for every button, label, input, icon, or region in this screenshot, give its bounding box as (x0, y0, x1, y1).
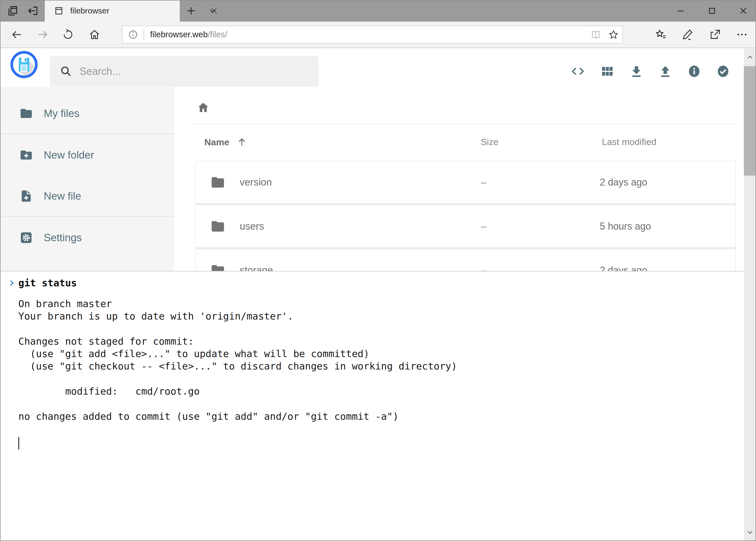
url-host: filebrowser.web (150, 30, 208, 39)
settings-icon (19, 231, 33, 245)
search-input[interactable] (80, 66, 319, 77)
tab-preview-button[interactable] (3, 0, 22, 22)
file-row-version[interactable]: version – 2 days ago (196, 161, 735, 203)
home-icon (89, 29, 101, 41)
home-button[interactable] (83, 22, 106, 48)
terminal-output: On branch master Your branch is up to da… (18, 297, 457, 423)
divider (196, 247, 735, 249)
browser-tab[interactable]: filebrowser (45, 0, 180, 22)
maximize-icon (708, 6, 716, 15)
plus-icon (186, 5, 196, 16)
share-icon (709, 28, 721, 41)
ellipsis-icon (736, 28, 748, 41)
refresh-icon (62, 29, 74, 41)
file-modified: 2 days ago (600, 177, 647, 188)
sidebar-item-label: New folder (44, 149, 94, 161)
file-size: – (481, 221, 486, 232)
upload-icon (658, 64, 672, 78)
select-multiple-button[interactable] (715, 64, 731, 79)
info-icon (687, 64, 701, 78)
set-aside-icon (27, 5, 39, 17)
switch-view-button[interactable] (600, 64, 615, 79)
chevron-right-icon (8, 279, 16, 287)
divider (0, 134, 174, 134)
column-header-size[interactable]: Size (481, 137, 499, 147)
set-tabs-aside-button[interactable] (23, 0, 43, 22)
sort-ascending-icon (236, 137, 247, 148)
folder-icon (210, 176, 225, 189)
prompt-line: git status (8, 277, 77, 288)
check-circle-icon (716, 64, 730, 78)
app-header (0, 49, 744, 87)
new-tab-button[interactable] (181, 0, 201, 22)
favorites-hub-button[interactable] (648, 22, 674, 48)
sidebar-item-my-files[interactable]: My files (0, 93, 174, 134)
tab-title: filebrowser (70, 6, 109, 15)
address-bar[interactable]: filebrowser.web/files/ (122, 26, 623, 44)
column-label: Last modified (602, 137, 656, 147)
toggle-shell-button[interactable] (570, 64, 586, 79)
divider (143, 29, 144, 40)
file-row-users[interactable]: users – 5 hours ago (196, 205, 735, 247)
folder-icon (210, 220, 225, 233)
terminal-panel[interactable]: git status On branch master Your branch … (0, 271, 744, 541)
minimize-button[interactable] (665, 0, 696, 22)
browser-window: filebrowser (0, 0, 756, 541)
search-icon (60, 65, 72, 78)
column-header-name[interactable]: Name (204, 137, 247, 148)
chevron-up-icon (746, 54, 754, 61)
back-arrow-icon (11, 29, 23, 41)
pen-icon (682, 28, 694, 41)
column-header-modified[interactable]: Last modified (602, 137, 656, 147)
title-bar: filebrowser (0, 0, 756, 22)
url-text: filebrowser.web/files/ (150, 30, 227, 39)
forward-button[interactable] (31, 22, 55, 48)
sidebar-item-new-file[interactable]: New file (0, 176, 174, 216)
grid-view-icon (600, 64, 614, 78)
share-button[interactable] (702, 22, 728, 48)
search-box[interactable] (50, 56, 319, 87)
sidebar-item-new-folder[interactable]: New folder (0, 135, 174, 175)
site-info-icon[interactable] (128, 29, 138, 40)
scrollbar-thumb[interactable] (744, 66, 756, 176)
info-button[interactable] (687, 64, 702, 79)
tabs-preview-icon (6, 5, 18, 17)
file-name: users (240, 221, 264, 232)
app-logo[interactable] (10, 51, 38, 79)
file-size: – (481, 177, 486, 188)
file-plus-icon (19, 189, 33, 203)
close-button[interactable] (728, 0, 756, 22)
sidebar-item-label: New file (44, 190, 81, 202)
sidebar-item-settings[interactable]: Settings (0, 218, 174, 258)
column-label: Size (481, 137, 499, 147)
page-icon (54, 6, 64, 16)
divider (196, 203, 735, 205)
tab-list-dropdown-button[interactable] (203, 0, 222, 22)
forward-arrow-icon (37, 29, 49, 41)
refresh-button[interactable] (56, 22, 80, 48)
reading-view-button[interactable] (587, 26, 605, 43)
scrollbar[interactable] (744, 49, 756, 541)
browser-toolbar: filebrowser.web/files/ (0, 22, 756, 48)
minimize-icon (676, 6, 685, 15)
reading-view-icon (591, 29, 601, 40)
column-label: Name (204, 137, 229, 148)
sidebar: My files New folder New file Settings (0, 87, 174, 271)
chevron-down-icon (746, 529, 754, 536)
favorites-list-icon (655, 28, 667, 41)
maximize-button[interactable] (697, 0, 727, 22)
add-favorite-button[interactable] (605, 26, 623, 43)
back-button[interactable] (5, 22, 29, 48)
home-icon (197, 101, 210, 114)
command-text: git status (18, 277, 77, 288)
folder-icon (19, 107, 33, 120)
scroll-down-button[interactable] (744, 524, 756, 541)
more-options-button[interactable] (729, 22, 755, 48)
upload-button[interactable] (658, 64, 673, 79)
breadcrumb-home-button[interactable] (197, 101, 210, 114)
download-icon (630, 64, 643, 78)
download-button[interactable] (629, 64, 644, 79)
scroll-up-button[interactable] (744, 49, 756, 66)
annotate-button[interactable] (675, 22, 701, 48)
file-name: version (240, 177, 272, 188)
